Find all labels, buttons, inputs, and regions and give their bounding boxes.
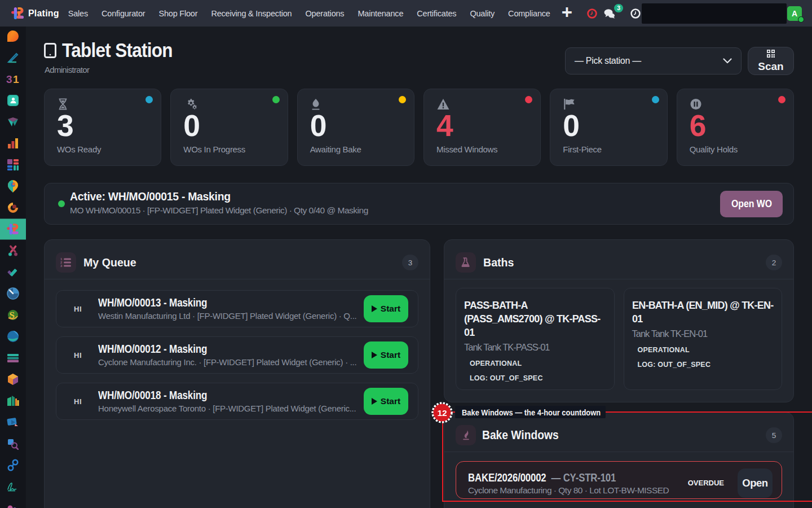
svg-text:3: 3 [6,73,12,85]
svg-text:3: 3 [60,264,63,268]
svg-text:1: 1 [13,73,19,85]
svg-text:12: 12 [437,408,447,418]
